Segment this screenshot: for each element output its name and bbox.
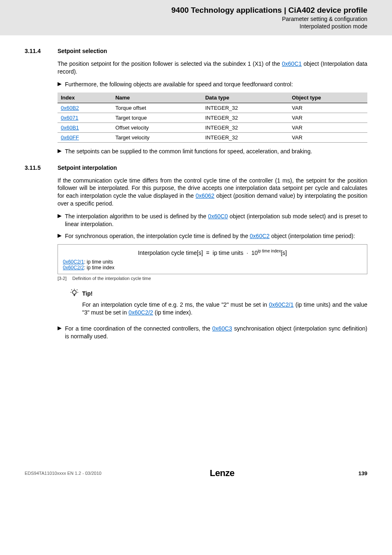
formula-caption: [3-2] Definition of the interpolation cy… [58,276,367,281]
object-link[interactable]: 0x60C0 [208,213,228,220]
bullet-item: ▶ The setpoints can be supplied to the c… [58,148,367,155]
table-row: 0x60B1 Offset velocity INTEGER_32 VAR [58,123,367,132]
bullet-text: Furthermore, the following objects are a… [65,81,367,88]
text: For a time coordination of the connected… [65,325,212,332]
col-objtype: Object type [288,92,367,103]
cell-name: Offset velocity [112,123,202,132]
f-base: 10 [251,249,258,256]
object-link[interactable]: 0x60FF [61,134,79,141]
section-title: Setpoint selection [58,48,107,54]
text: For synchronous operation, the interpola… [65,233,250,239]
bullet-marker-icon: ▶ [58,232,65,240]
text: For an interpolation cycle time of e.g. … [82,301,269,308]
formula: Interpolation cycle time[s] = ip time un… [63,249,362,256]
footer-logo-wrap: Lenze [101,468,343,479]
cell-dt: INTEGER_32 [202,103,288,113]
caption-text: Definition of the interpolation cycle ti… [72,276,151,281]
f-lhs: Interpolation cycle time[s] [138,249,203,256]
section-number: 3.11.4 [25,48,58,54]
page-footer: EDS94TA11010xxxx EN 1.2 - 03/2010 Lenze … [0,460,392,487]
cell-dt: INTEGER_32 [202,132,288,142]
lenze-logo: Lenze [210,468,235,478]
formula-box: Interpolation cycle time[s] = ip time un… [58,244,367,275]
object-link[interactable]: 0x60B1 [61,125,79,131]
section-title: Setpoint interpolation [58,164,117,171]
cell-ot: VAR [288,113,367,123]
tip-label: Tip! [82,290,92,297]
tip-body: For an interpolation cycle time of e.g. … [82,301,367,317]
cell-ot: VAR [288,123,367,132]
object-link[interactable]: 0x60C1 [282,60,302,67]
paragraph: The position setpoint for the position f… [58,60,367,76]
object-link[interactable]: 0x60C2/1 [269,301,294,308]
text: object (interpolation time period): [270,233,355,239]
object-link[interactable]: 0x60C2/2 [129,309,153,316]
object-link[interactable]: 0x60C2/1 [63,259,84,265]
text: : ip time index [84,265,114,271]
bullet-item: ▶ For synchronous operation, the interpo… [58,232,367,240]
bullet-item: ▶ The interpolation algorithm to be used… [58,213,367,228]
object-link[interactable]: 0x6071 [61,115,78,121]
cell-ot: VAR [288,103,367,113]
bullet-text: The setpoints can be supplied to the com… [65,148,367,155]
f-exp: ip time index [258,249,281,253]
col-name: Name [112,92,202,103]
col-datatype: Data type [202,92,288,103]
caption-num: [3-2] [58,276,67,281]
object-link[interactable]: 0x60C3 [212,325,232,332]
page-number: 139 [343,470,367,476]
page-header: 9400 Technology applications | CiA402 de… [0,0,392,35]
lightbulb-icon [70,288,79,298]
f-rhs1: ip time units [213,249,244,256]
paragraph: If the communication cycle time differs … [58,177,367,208]
content-area: 3.11.4 Setpoint selection The position s… [0,35,392,353]
bullet-marker-icon: ▶ [58,213,65,228]
formula-refs: 0x60C2/1: ip time units 0x60C2/2: ip tim… [63,259,362,271]
col-index: Index [58,92,112,103]
header-sub1: Parameter setting & configuration [8,16,367,22]
object-link[interactable]: 0x6062 [196,192,214,199]
text: : ip time units [84,259,113,265]
table-row: 0x60FF Target velocity INTEGER_32 VAR [58,132,367,142]
bullet-item: ▶ For a time coordination of the connect… [58,325,367,340]
svg-point-0 [72,291,76,294]
bullet-marker-icon: ▶ [58,81,65,88]
bullet-text: For synchronous operation, the interpola… [65,232,367,240]
object-link[interactable]: 0x60C2/2 [63,265,84,271]
f-eq: = [206,249,210,256]
tip-block: Tip! For an interpolation cycle time of … [70,288,367,317]
svg-line-7 [77,290,77,290]
cell-name: Target velocity [112,132,202,142]
header-title: 9400 Technology applications | CiA402 de… [8,6,367,15]
bullet-marker-icon: ▶ [58,325,65,340]
section-heading: 3.11.5 Setpoint interpolation [25,164,367,171]
tip-head: Tip! [70,288,367,298]
cell-dt: INTEGER_32 [202,123,288,132]
bullet-item: ▶ Furthermore, the following objects are… [58,81,367,88]
table-row: 0x6071 Target torque INTEGER_32 VAR [58,113,367,123]
text: The position setpoint for the position f… [58,60,282,67]
bullet-marker-icon: ▶ [58,148,65,155]
section-heading: 3.11.4 Setpoint selection [25,48,367,54]
cell-ot: VAR [288,132,367,142]
section-number: 3.11.5 [25,164,58,171]
svg-line-6 [71,290,72,290]
object-link[interactable]: 0x60C2 [250,233,270,239]
text: The interpolation algorithm to be used i… [65,213,208,220]
header-sub2: Interpolated position mode [8,23,367,30]
cell-name: Torque offset [112,103,202,113]
object-link[interactable]: 0x60B2 [61,105,79,111]
cell-name: Target torque [112,113,202,123]
f-unit: [s] [281,249,287,256]
table-row: 0x60B2 Torque offset INTEGER_32 VAR [58,103,367,113]
text: (ip time index). [153,309,193,316]
bullet-text: The interpolation algorithm to be used i… [65,213,367,228]
bullet-text: For a time coordination of the connected… [65,325,367,340]
footer-docinfo: EDS94TA11010xxxx EN 1.2 - 03/2010 [25,471,101,476]
cell-dt: INTEGER_32 [202,113,288,123]
object-table: Index Name Data type Object type 0x60B2 … [58,92,367,143]
table-header-row: Index Name Data type Object type [58,92,367,103]
f-dot: · [247,249,248,256]
